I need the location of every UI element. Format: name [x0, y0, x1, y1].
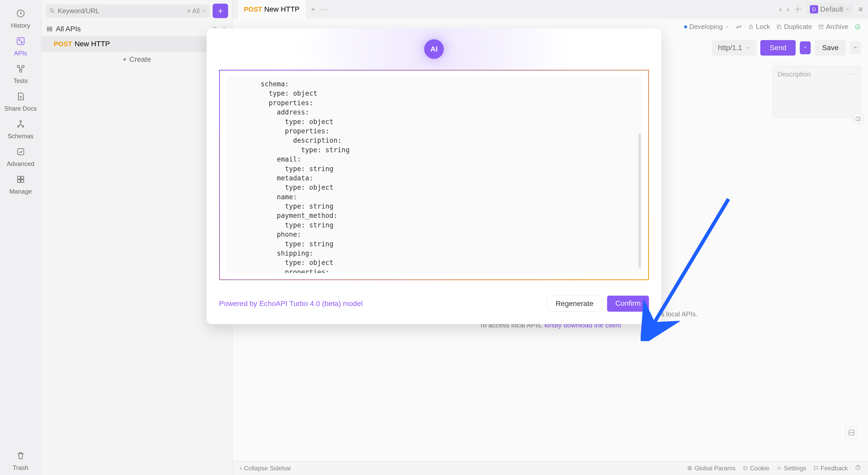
scrollbar[interactable]	[638, 133, 641, 268]
regenerate-button[interactable]: Regenerate	[547, 296, 602, 312]
code-content[interactable]: schema: type: object properties: address…	[226, 77, 642, 273]
ai-badge: AI	[424, 39, 444, 59]
ai-modal: AI schema: type: object properties: addr…	[207, 28, 661, 324]
powered-by-text: Powered by EchoAPI Turbo 4.0 (beta) mode…	[219, 299, 363, 308]
confirm-button[interactable]: Confirm	[607, 296, 649, 312]
code-box: schema: type: object properties: address…	[219, 70, 649, 280]
modal-overlay: AI schema: type: object properties: addr…	[0, 0, 868, 475]
